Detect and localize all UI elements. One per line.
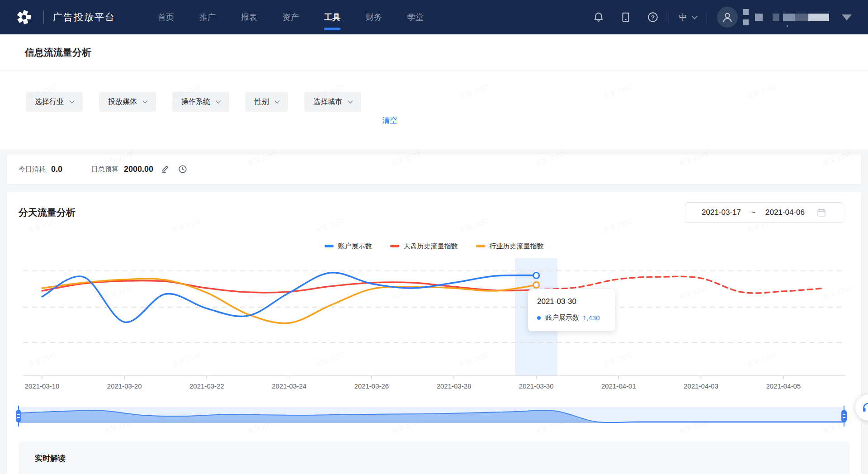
nav-item-reports[interactable]: 报表 — [228, 0, 270, 34]
x-axis-label: 2021-03-20 — [107, 382, 142, 390]
filter-dropdown-os[interactable]: 操作系统 — [172, 92, 229, 112]
legend-label: 账户展示数 — [338, 242, 372, 251]
brush-handle-right[interactable] — [841, 406, 847, 427]
daily-traffic-analysis-card: 分天流量分析 2021-03-17 ~ 2021-04-06 账户展示数大盘历史… — [6, 192, 862, 474]
filter-bar: 选择行业投放媒体操作系统性别选择城市 清空 — [0, 71, 868, 149]
top-navbar: 广告投放平台 首页推广报表资产工具财务学堂 ? 中 — [0, 0, 868, 34]
edit-budget-icon[interactable] — [160, 164, 170, 174]
active-tab-underline — [324, 28, 340, 30]
traffic-trend-chart[interactable]: 2021-03-182021-03-202021-03-222021-03-24… — [19, 256, 850, 392]
help-icon[interactable]: ? — [647, 11, 659, 23]
x-axis-label: 2021-03-26 — [354, 382, 389, 390]
date-start: 2021-03-17 — [702, 208, 741, 217]
app-logo-icon[interactable] — [14, 7, 34, 28]
chart-legend: 账户展示数大盘历史流量指数行业历史流量指数 — [7, 239, 861, 253]
legend-label: 大盘历史流量指数 — [404, 242, 458, 251]
calendar-icon — [816, 208, 826, 218]
x-axis-label: 2021-03-30 — [519, 382, 554, 390]
stats-card: 今日消耗 0.0 日总预算 2000.00 — [6, 154, 862, 185]
chevron-down-icon — [274, 98, 279, 103]
chevron-down-icon — [69, 98, 74, 103]
tooltip-row: 账户展示数 1,430 — [537, 313, 606, 322]
page-head: 信息流流量分析 选择行业投放媒体操作系统性别选择城市 清空 — [0, 34, 868, 149]
today-spend-value: 0.0 — [51, 165, 62, 174]
chart-tooltip: 2021-03-30 账户展示数 1,430 — [528, 289, 615, 331]
brand-title: 广告投放平台 — [53, 11, 115, 24]
nav-item-tools[interactable]: 工具 — [311, 0, 353, 34]
chevron-down-icon — [216, 98, 221, 103]
x-axis-label: 2021-04-01 — [601, 382, 636, 390]
daily-budget-label: 日总预算 — [91, 165, 118, 174]
main-nav: 首页推广报表资产工具财务学堂 — [145, 0, 436, 34]
title-bar: 信息流流量分析 — [0, 34, 868, 71]
legend-item-account-impressions[interactable]: 账户展示数 — [325, 242, 372, 251]
header-divider — [669, 11, 669, 23]
chevron-down-icon — [142, 98, 147, 103]
account-menu-caret-icon[interactable] — [842, 14, 852, 20]
tooltip-value: 1,430 — [583, 314, 600, 322]
tooltip-series-label: 账户展示数 — [545, 313, 579, 322]
brush-minimap — [19, 406, 844, 427]
header-divider — [43, 10, 44, 24]
filter-dropdown-media[interactable]: 投放媒体 — [99, 92, 156, 112]
nav-item-finance[interactable]: 财务 — [353, 0, 395, 34]
mobile-device-icon[interactable] — [620, 11, 632, 23]
tooltip-date: 2021-03-30 — [537, 297, 606, 306]
x-axis-label: 2021-03-24 — [272, 382, 307, 390]
daily-budget-value: 2000.00 — [124, 165, 153, 174]
today-spend-label: 今日消耗 — [19, 165, 46, 174]
legend-item-market-history-index[interactable]: 大盘历史流量指数 — [390, 242, 458, 251]
nav-item-promotion[interactable]: 推广 — [187, 0, 228, 34]
filter-dropdown-industry[interactable]: 选择行业 — [26, 92, 83, 112]
insight-section: 实时解读 未来7天流量指数充足度为适中，较过去7天平均值有小范围的涨幅。 — [19, 441, 849, 474]
chart-title: 分天流量分析 — [19, 206, 75, 219]
date-end: 2021-04-06 — [765, 208, 805, 217]
chart-brush[interactable] — [19, 406, 844, 427]
header-divider — [707, 11, 707, 23]
nav-item-home[interactable]: 首页 — [145, 0, 187, 34]
card-header: 分天流量分析 2021-03-17 ~ 2021-04-06 — [7, 192, 861, 223]
language-switcher[interactable]: 中 — [679, 12, 697, 23]
page-root: 广告投放平台 首页推广报表资产工具财务学堂 ? 中 — [0, 0, 868, 474]
x-axis-label: 2021-03-28 — [437, 382, 472, 390]
filter-dropdowns: 选择行业投放媒体操作系统性别选择城市 — [26, 92, 361, 112]
nav-item-assets[interactable]: 资产 — [270, 0, 311, 34]
legend-swatch-icon — [325, 245, 334, 247]
x-axis-label: 2021-03-22 — [189, 382, 224, 390]
legend-swatch-icon — [476, 245, 485, 247]
language-label: 中 — [679, 12, 687, 23]
clear-filters-link[interactable]: 清空 — [382, 115, 397, 126]
chevron-down-icon — [348, 98, 353, 103]
x-axis-label: 2021-04-03 — [684, 382, 718, 390]
filter-dropdown-gender[interactable]: 性别 — [245, 92, 288, 112]
page-title: 信息流流量分析 — [25, 46, 91, 59]
nav-item-academy[interactable]: 学堂 — [395, 0, 436, 34]
date-range-picker[interactable]: 2021-03-17 ~ 2021-04-06 — [685, 202, 843, 223]
notification-bell-icon[interactable] — [593, 11, 604, 23]
svg-text:?: ? — [651, 14, 655, 21]
avatar[interactable] — [717, 7, 738, 28]
x-axis-label: 2021-03-18 — [25, 382, 60, 390]
redacted-account-name — [743, 7, 829, 28]
chevron-down-icon — [692, 14, 698, 19]
legend-label: 行业历史流量指数 — [490, 242, 544, 251]
legend-swatch-icon — [390, 245, 399, 247]
date-separator: ~ — [751, 208, 755, 217]
x-axis-label: 2021-04-05 — [766, 382, 801, 390]
series-dot-icon — [537, 316, 541, 320]
brush-handle-left[interactable] — [15, 406, 22, 427]
insight-title: 实时解读 — [35, 453, 833, 464]
filter-dropdown-city[interactable]: 选择城市 — [304, 92, 361, 112]
legend-item-industry-history-index[interactable]: 行业历史流量指数 — [476, 242, 544, 251]
budget-schedule-clock-icon[interactable] — [178, 164, 188, 174]
